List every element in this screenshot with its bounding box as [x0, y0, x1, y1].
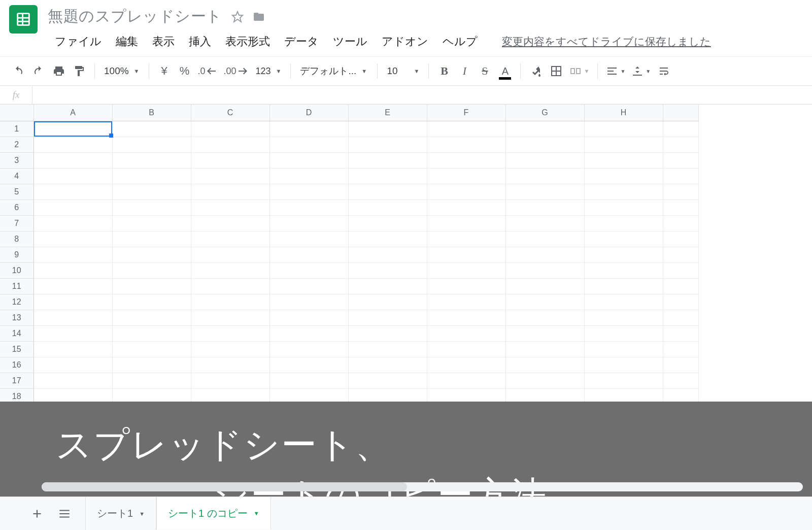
cell[interactable] [269, 215, 348, 231]
save-status[interactable]: 変更内容をすべてドライブに保存しました [502, 35, 711, 49]
cell[interactable] [427, 262, 505, 278]
cell[interactable] [112, 231, 191, 247]
cell[interactable] [33, 262, 112, 278]
cell[interactable] [33, 247, 112, 262]
cell[interactable] [33, 184, 112, 200]
cell[interactable] [33, 231, 112, 247]
cell[interactable] [427, 168, 505, 184]
cell[interactable] [191, 373, 269, 388]
cell[interactable] [663, 262, 698, 278]
cell[interactable] [663, 200, 698, 215]
sheet-tab-2-active[interactable]: シート1 のコピー ▼ [156, 496, 271, 529]
cell[interactable] [112, 325, 191, 341]
cell[interactable] [269, 341, 348, 357]
row-header[interactable]: 11 [0, 278, 33, 294]
cell[interactable] [427, 373, 505, 388]
cell[interactable] [191, 121, 269, 137]
column-header[interactable]: H [584, 105, 663, 121]
cell[interactable] [663, 247, 698, 262]
text-color-button[interactable]: A [495, 61, 515, 81]
cell[interactable] [505, 121, 584, 137]
cell[interactable] [348, 231, 427, 247]
document-title[interactable]: 無題のスプレッドシート [48, 6, 222, 27]
cell[interactable] [663, 341, 698, 357]
cell[interactable] [269, 294, 348, 310]
column-header[interactable]: C [191, 105, 269, 121]
cell[interactable] [112, 184, 191, 200]
cell[interactable] [269, 152, 348, 168]
redo-button[interactable] [28, 61, 49, 81]
cell[interactable] [33, 373, 112, 388]
cell[interactable] [191, 262, 269, 278]
currency-button[interactable]: ¥ [154, 61, 175, 81]
cell[interactable] [427, 152, 505, 168]
cell[interactable] [348, 215, 427, 231]
cell[interactable] [584, 357, 663, 373]
cell[interactable] [348, 168, 427, 184]
cell[interactable] [191, 278, 269, 294]
row-header[interactable]: 6 [0, 200, 33, 215]
more-formats-dropdown[interactable]: 123▼ [252, 66, 286, 77]
zoom-dropdown[interactable]: 100%▼ [100, 65, 144, 77]
cell[interactable] [427, 247, 505, 262]
cell[interactable] [348, 294, 427, 310]
cell[interactable] [584, 184, 663, 200]
cell[interactable] [427, 215, 505, 231]
cell[interactable] [112, 310, 191, 325]
cell[interactable] [191, 325, 269, 341]
row-header[interactable]: 13 [0, 310, 33, 325]
cell[interactable] [112, 247, 191, 262]
cell[interactable] [505, 278, 584, 294]
cell[interactable] [505, 357, 584, 373]
vertical-align-button[interactable]: ▼ [628, 61, 654, 81]
cell[interactable] [112, 262, 191, 278]
print-button[interactable] [49, 61, 69, 81]
cell[interactable] [584, 310, 663, 325]
cell[interactable] [269, 231, 348, 247]
cell[interactable] [112, 373, 191, 388]
cell[interactable] [505, 247, 584, 262]
cell[interactable] [33, 294, 112, 310]
sheets-logo-icon[interactable] [9, 5, 38, 34]
cell[interactable] [505, 310, 584, 325]
cell[interactable] [33, 341, 112, 357]
cell[interactable] [663, 310, 698, 325]
cell[interactable] [33, 215, 112, 231]
cell[interactable] [348, 200, 427, 215]
all-sheets-button[interactable] [58, 507, 71, 520]
cell[interactable] [427, 310, 505, 325]
cell[interactable] [505, 325, 584, 341]
cell[interactable] [112, 294, 191, 310]
cell[interactable] [584, 168, 663, 184]
row-header[interactable]: 8 [0, 231, 33, 247]
column-header[interactable]: E [348, 105, 427, 121]
row-header[interactable]: 15 [0, 341, 33, 357]
cell[interactable] [269, 121, 348, 137]
cell[interactable] [584, 215, 663, 231]
font-family-dropdown[interactable]: デフォルト...▼ [296, 64, 372, 78]
cell[interactable] [427, 278, 505, 294]
cell[interactable] [663, 168, 698, 184]
row-header[interactable]: 17 [0, 373, 33, 388]
cell[interactable] [505, 215, 584, 231]
cell[interactable] [269, 137, 348, 152]
cell[interactable] [33, 121, 112, 137]
bold-button[interactable]: B [434, 61, 454, 81]
row-header[interactable]: 2 [0, 137, 33, 152]
cell[interactable] [505, 184, 584, 200]
cell[interactable] [663, 121, 698, 137]
cell[interactable] [584, 325, 663, 341]
cell[interactable] [584, 341, 663, 357]
cell[interactable] [348, 247, 427, 262]
cell[interactable] [663, 373, 698, 388]
cell[interactable] [269, 373, 348, 388]
merge-cells-button[interactable]: ▼ [566, 61, 592, 81]
cell[interactable] [269, 247, 348, 262]
select-all-corner[interactable] [0, 105, 33, 121]
cell[interactable] [112, 200, 191, 215]
cell[interactable] [191, 215, 269, 231]
horizontal-align-button[interactable]: ▼ [603, 61, 628, 81]
cell[interactable] [505, 294, 584, 310]
paint-format-button[interactable] [69, 61, 89, 81]
column-header[interactable]: F [427, 105, 505, 121]
